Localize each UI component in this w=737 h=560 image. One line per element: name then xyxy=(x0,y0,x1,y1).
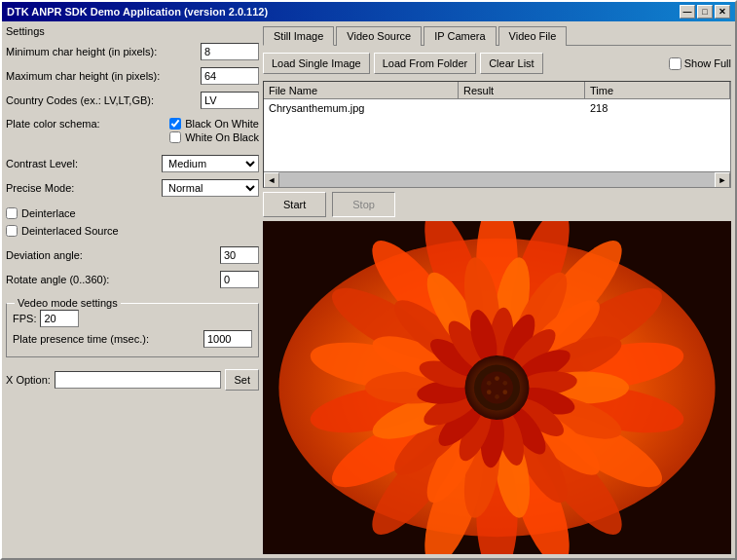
white-on-black-row: White On Black xyxy=(169,131,259,143)
svg-point-61 xyxy=(502,390,507,394)
window-title: DTK ANPR SDK Demo Application (version 2… xyxy=(7,6,268,18)
rotate-label: Rotate angle (0..360): xyxy=(6,274,220,285)
scroll-right-arrow[interactable]: ► xyxy=(715,172,730,188)
scroll-left-arrow[interactable]: ◄ xyxy=(264,172,279,188)
horizontal-scrollbar[interactable]: ◄ ► xyxy=(264,171,730,187)
precise-label: Precise Mode: xyxy=(6,182,162,194)
col-filename: File Name xyxy=(264,82,459,98)
cell-result xyxy=(459,107,585,109)
start-button[interactable]: Start xyxy=(263,192,326,217)
col-result: Result xyxy=(459,82,585,98)
country-row: Country Codes (ex.: LV,LT,GB): xyxy=(6,92,259,109)
title-bar-buttons: — □ ✕ xyxy=(680,5,730,19)
clear-list-button[interactable]: Clear List xyxy=(480,53,542,74)
plate-color-options: Black On White White On Black xyxy=(169,118,259,145)
file-list: File Name Result Time Chrysanthemum.jpg … xyxy=(263,81,731,188)
fps-row: FPS: xyxy=(13,310,252,327)
svg-point-64 xyxy=(487,381,492,386)
fps-label: FPS: xyxy=(13,313,36,324)
black-on-white-row: Black On White xyxy=(169,118,259,130)
deinterlace-checkbox[interactable] xyxy=(6,207,18,219)
set-button[interactable]: Set xyxy=(225,369,259,391)
main-content: Settings Minimum char height (in pixels)… xyxy=(2,21,735,558)
close-button[interactable]: ✕ xyxy=(715,5,730,19)
black-on-white-label: Black On White xyxy=(185,118,259,130)
country-input[interactable] xyxy=(201,92,259,109)
toolbar-row: Load Single Image Load From Folder Clear… xyxy=(263,50,731,77)
show-full-row: Show Full xyxy=(669,57,731,70)
stop-button[interactable]: Stop xyxy=(332,192,395,217)
plate-time-input[interactable] xyxy=(203,330,252,348)
contrast-dropdown[interactable]: Low Medium High xyxy=(162,155,259,172)
rotate-row: Rotate angle (0..360): xyxy=(6,271,259,288)
tab-still-image[interactable]: Still Image xyxy=(263,26,334,46)
video-group: Vedeo mode settings FPS: Plate presence … xyxy=(6,303,259,357)
x-option-input[interactable] xyxy=(55,371,222,389)
list-item[interactable]: Chrysanthemum.jpg 218 xyxy=(264,99,730,117)
contrast-row: Contrast Level: Low Medium High xyxy=(6,155,259,172)
action-row: Start Stop xyxy=(263,192,731,217)
deviation-row: Deviation angle: xyxy=(6,246,259,264)
max-char-label: Maximum char height (in pixels): xyxy=(6,70,201,82)
tab-video-source[interactable]: Video Source xyxy=(336,26,422,46)
min-char-label: Minimum char height (in pixels): xyxy=(6,46,201,57)
white-on-black-checkbox[interactable] xyxy=(169,131,181,143)
deviation-input[interactable] xyxy=(220,246,259,264)
tab-ip-camera[interactable]: IP Camera xyxy=(424,26,496,46)
list-header: File Name Result Time xyxy=(264,82,730,99)
x-option-row: X Option: Set xyxy=(6,369,259,391)
svg-point-63 xyxy=(487,390,492,394)
x-option-label: X Option: xyxy=(6,374,51,386)
precise-row: Precise Mode: Normal High xyxy=(6,179,259,197)
max-char-row: Maximum char height (in pixels): xyxy=(6,67,259,85)
load-single-button[interactable]: Load Single Image xyxy=(263,53,370,74)
load-folder-button[interactable]: Load From Folder xyxy=(374,53,476,74)
title-bar: DTK ANPR SDK Demo Application (version 2… xyxy=(2,2,735,21)
plate-color-row: Plate color schema: Black On White White… xyxy=(6,118,259,145)
image-area xyxy=(263,221,731,554)
list-body[interactable]: Chrysanthemum.jpg 218 xyxy=(264,99,730,171)
rotate-input[interactable] xyxy=(220,271,259,288)
svg-point-59 xyxy=(495,376,499,381)
black-on-white-checkbox[interactable] xyxy=(169,118,181,130)
main-window: DTK ANPR SDK Demo Application (version 2… xyxy=(0,0,737,560)
deviation-label: Deviation angle: xyxy=(6,249,220,261)
col-time: Time xyxy=(585,82,730,98)
left-panel: Settings Minimum char height (in pixels)… xyxy=(6,25,259,554)
deinterlaced-source-row: Deinterlaced Source xyxy=(6,225,259,237)
minimize-button[interactable]: — xyxy=(680,5,695,19)
plate-time-label: Plate presence time (msec.): xyxy=(13,333,203,345)
video-group-label: Vedeo mode settings xyxy=(15,297,121,309)
show-full-checkbox[interactable] xyxy=(669,57,682,70)
cell-time: 218 xyxy=(585,101,730,115)
max-char-input[interactable] xyxy=(201,67,259,85)
deinterlaced-source-checkbox[interactable] xyxy=(6,225,18,237)
cell-filename: Chrysanthemum.jpg xyxy=(264,101,459,115)
plate-time-row: Plate presence time (msec.): xyxy=(13,330,252,348)
right-panel: Still Image Video Source IP Camera Video… xyxy=(263,25,731,554)
deinterlace-label: Deinterlace xyxy=(21,207,76,219)
show-full-label: Show Full xyxy=(684,57,731,69)
tab-video-file[interactable]: Video File xyxy=(498,26,568,46)
country-label: Country Codes (ex.: LV,LT,GB): xyxy=(6,94,201,106)
white-on-black-label: White On Black xyxy=(185,131,259,143)
flower-image xyxy=(263,221,731,554)
precise-dropdown[interactable]: Normal High xyxy=(162,179,259,197)
deinterlaced-source-label: Deinterlaced Source xyxy=(21,225,119,237)
min-char-row: Minimum char height (in pixels): xyxy=(6,43,259,60)
tabs-bar: Still Image Video Source IP Camera Video… xyxy=(263,25,731,46)
deinterlace-row: Deinterlace xyxy=(6,207,259,219)
min-char-input[interactable] xyxy=(201,43,259,60)
contrast-label: Contrast Level: xyxy=(6,158,162,169)
plate-color-label: Plate color schema: xyxy=(6,118,169,130)
fps-input[interactable] xyxy=(40,310,79,327)
svg-point-62 xyxy=(495,394,499,399)
svg-point-60 xyxy=(502,381,507,386)
scroll-track[interactable] xyxy=(279,172,715,187)
settings-label: Settings xyxy=(6,25,259,37)
maximize-button[interactable]: □ xyxy=(697,5,713,19)
